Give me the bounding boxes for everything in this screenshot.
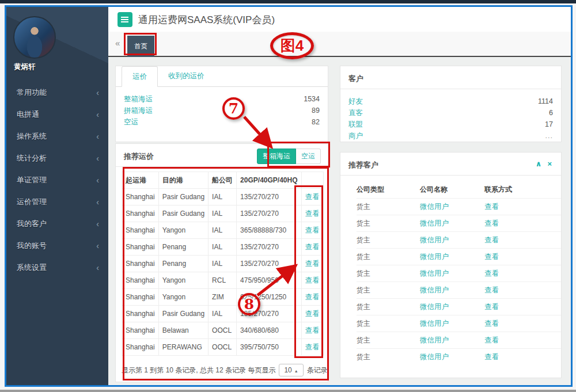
action-cell: 查看 <box>301 256 323 272</box>
customer-summary-row: 联盟17 <box>348 119 553 130</box>
company-name-link[interactable]: 微信用户 <box>420 319 449 328</box>
table-cell: PERAWANG <box>158 339 208 356</box>
table-cell: Shanghai <box>122 289 159 306</box>
company-name-link[interactable]: 微信用户 <box>420 353 449 361</box>
view-contact-link[interactable]: 查看 <box>484 253 499 261</box>
view-link[interactable]: 查看 <box>305 226 320 234</box>
sidebar-item[interactable]: 运价管理‹ <box>6 191 108 213</box>
table-row: 货主微信用户查看 <box>357 281 561 298</box>
customer-type-link[interactable]: 联盟 <box>348 119 363 130</box>
table-cell: IAL <box>209 239 237 256</box>
view-contact-link[interactable]: 查看 <box>484 219 499 227</box>
action-cell: 查看 <box>301 272 323 289</box>
company-name-link[interactable]: 微信用户 <box>420 303 449 311</box>
table-row: 货主微信用户查看 <box>357 215 561 231</box>
view-contact-link[interactable]: 查看 <box>484 336 499 344</box>
customer-type-link[interactable]: 直客 <box>348 107 363 119</box>
action-cell: 查看 <box>301 239 323 256</box>
company-name-link[interactable]: 微信用户 <box>420 203 449 211</box>
chevron-left-icon: ‹ <box>96 176 99 185</box>
table-cell: Yangon <box>158 272 208 289</box>
fcl-sea-button[interactable]: 整箱海运 <box>257 149 296 164</box>
customers-panel: 客户 好友1114直客6联盟17商户... <box>340 66 562 142</box>
company-name-link[interactable]: 微信用户 <box>420 269 449 277</box>
view-link[interactable]: 查看 <box>305 276 320 284</box>
customer-count: 1114 <box>538 96 553 107</box>
close-panel-icon[interactable]: × <box>547 160 552 168</box>
view-link[interactable]: 查看 <box>305 210 320 218</box>
avatar[interactable] <box>13 16 56 59</box>
company-name-link[interactable]: 微信用户 <box>420 219 449 227</box>
sidebar-item-label: 统计分析 <box>17 153 47 163</box>
table-row: ShanghaiBelawanOOCL340/680/680查看 <box>122 322 324 339</box>
view-contact-link[interactable]: 查看 <box>484 269 499 277</box>
view-contact-link[interactable]: 查看 <box>484 203 499 211</box>
view-contact-link[interactable]: 查看 <box>484 353 499 361</box>
sidebar-item[interactable]: 操作系统‹ <box>6 125 108 147</box>
table-cell: IAL <box>209 222 237 239</box>
chevron-left-icon: ‹ <box>96 110 99 119</box>
rate-type-link[interactable]: 拼箱海运 <box>124 105 153 116</box>
view-link[interactable]: 查看 <box>305 260 320 268</box>
customer-summary-row: 好友1114 <box>348 96 553 107</box>
sidebar-item[interactable]: 我的账号‹ <box>6 235 108 257</box>
table-cell: Pasir Gudang <box>158 306 208 322</box>
table-row: ShanghaiPenangIAL135/270/270查看 <box>122 239 324 256</box>
tab-rates[interactable]: 运价 <box>122 66 158 87</box>
pagination-suffix: 条记录 <box>307 366 328 375</box>
rate-count: 1534 <box>304 93 320 105</box>
sidebar-item[interactable]: 单证管理‹ <box>6 169 108 191</box>
table-cell: 340/680/680 <box>237 322 301 339</box>
table-cell: Pasir Gudang <box>158 205 208 222</box>
customer-count: ... <box>545 130 553 142</box>
customer-type-link[interactable]: 商户 <box>348 130 363 142</box>
view-link[interactable]: 查看 <box>305 243 320 251</box>
company-name-link[interactable]: 微信用户 <box>420 253 449 261</box>
company-name-link[interactable]: 微信用户 <box>420 336 449 344</box>
view-contact-link[interactable]: 查看 <box>484 303 499 311</box>
company-type-cell: 货主 <box>357 336 420 345</box>
table-cell: Shanghai <box>122 306 159 322</box>
page-size-dropdown[interactable]: 10▲ <box>279 364 303 376</box>
recommended-customers-header-row: 公司类型公司名称联系方式 <box>357 181 561 198</box>
tab-received-rates[interactable]: 收到的运价 <box>158 66 215 86</box>
action-cell: 查看 <box>301 289 323 306</box>
view-contact-link[interactable]: 查看 <box>484 286 499 294</box>
tab-bar: « 首页 <box>108 32 571 57</box>
sidebar-item[interactable]: 常用功能‹ <box>6 82 108 104</box>
collapse-tabs-icon[interactable]: « <box>115 38 120 48</box>
screen-bottom-edge <box>0 390 576 392</box>
view-contact-link[interactable]: 查看 <box>484 236 499 244</box>
view-link[interactable]: 查看 <box>305 310 320 318</box>
view-contact-link[interactable]: 查看 <box>484 319 499 328</box>
company-name-link[interactable]: 微信用户 <box>420 286 449 294</box>
air-button[interactable]: 空运 <box>296 149 321 164</box>
customer-type-link[interactable]: 好友 <box>348 96 363 107</box>
rate-type-link[interactable]: 整箱海运 <box>124 93 153 105</box>
rate-type-link[interactable]: 空运 <box>124 116 138 128</box>
recommended-customers-table: 公司类型公司名称联系方式货主微信用户查看货主微信用户查看货主微信用户查看货主微信… <box>357 181 561 365</box>
view-link[interactable]: 查看 <box>305 326 320 334</box>
table-cell: Shanghai <box>122 222 159 239</box>
sidebar-item[interactable]: 系统设置‹ <box>6 257 108 279</box>
table-cell: IAL <box>209 256 237 272</box>
collapse-panel-icon[interactable]: ∧ <box>536 160 542 168</box>
table-cell: IAL <box>209 189 237 205</box>
view-link[interactable]: 查看 <box>305 193 320 201</box>
table-cell: Penang <box>158 239 208 256</box>
view-link[interactable]: 查看 <box>305 293 320 301</box>
tab-home[interactable]: 首页 <box>127 36 154 57</box>
column-header: 目的港 <box>158 172 208 189</box>
rate-summary-row: 空运82 <box>124 116 320 128</box>
menu-toggle-button[interactable] <box>118 12 132 27</box>
table-cell: 395/750/750 <box>237 339 301 356</box>
sidebar-item[interactable]: 统计分析‹ <box>6 147 108 169</box>
view-link[interactable]: 查看 <box>305 343 320 351</box>
chevron-left-icon: ‹ <box>96 88 99 97</box>
table-cell: OOCL <box>209 322 237 339</box>
sidebar-item[interactable]: 电拼通‹ <box>6 104 108 125</box>
chevron-left-icon: ‹ <box>96 219 99 229</box>
hamburger-icon <box>121 19 128 20</box>
company-name-link[interactable]: 微信用户 <box>420 236 449 244</box>
sidebar-item[interactable]: 我的客户‹ <box>6 213 108 235</box>
